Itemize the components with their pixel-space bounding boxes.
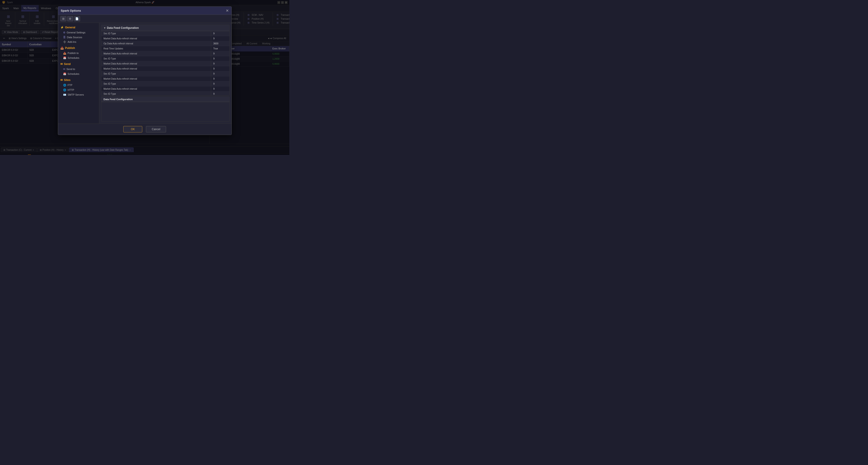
config-row-6[interactable]: Market Data Auto-refresh interval 9 <box>101 61 229 66</box>
nav-addins-label: Add-Ins <box>68 40 76 43</box>
config-val-8: 9 <box>211 71 229 76</box>
config-row-2[interactable]: Op Data Auto-refresh interval 3600 <box>101 41 229 46</box>
config-val-2: 3600 <box>211 41 229 46</box>
spark-options-dialog: Spark Options ✕ ⊞ ⚙ 📄 ⚡ General ⚙ <box>58 6 232 135</box>
cancel-button[interactable]: Cancel <box>146 126 166 132</box>
nav-publish-schedules[interactable]: 📅 Schedules <box>58 56 99 60</box>
nav-general-settings-label: General Settings <box>67 31 86 34</box>
nav-addins[interactable]: ➕ Add-Ins <box>58 39 99 44</box>
dialog-title: Spark Options <box>61 9 81 12</box>
nav-publish-to-label: Publish to <box>68 52 79 55</box>
config-section-title: Data Feed Configuration <box>107 26 138 30</box>
nav-send-header[interactable]: ✉ Send <box>58 61 99 67</box>
config-row-12[interactable]: Sec ID Type 9 <box>101 92 229 96</box>
addins-icon: ➕ <box>63 40 66 43</box>
config-val-12: 9 <box>211 92 229 96</box>
config-row-10[interactable]: Sec ID Type 9 <box>101 82 229 87</box>
nav-ftp[interactable]: 🌐 FTP <box>58 83 99 88</box>
config-key-2: Op Data Auto-refresh interval <box>101 41 211 46</box>
config-val-1: 9 <box>211 36 229 41</box>
config-row-0[interactable]: Sec ID Type 9 <box>101 31 229 36</box>
dialog-close-button[interactable]: ✕ <box>226 8 229 13</box>
nav-publish-label: Publish <box>65 46 75 50</box>
dialog-tool-btn-3[interactable]: 📄 <box>74 16 80 21</box>
general-settings-icon: ⚙ <box>63 31 65 34</box>
nav-general-settings[interactable]: ⚙ General Settings <box>58 30 99 35</box>
ftp-icon: 🌐 <box>63 84 66 87</box>
collapse-icon: ▼ <box>103 27 106 29</box>
config-val-3: True <box>211 46 229 51</box>
config-table: Sec ID Type 9 Market Data Auto-refresh i… <box>101 31 229 96</box>
config-table-section: ▼ Data Feed Configuration Sec ID Type 9 … <box>101 25 230 96</box>
config-bottom-title: Data Feed Configuration <box>101 97 229 102</box>
send-schedules-icon: 📅 <box>63 72 66 75</box>
config-key-10: Sec ID Type <box>101 82 211 86</box>
config-key-9: Market Data Auto-refresh interval <box>101 76 211 81</box>
nav-data-sources[interactable]: 🗄 Data Sources <box>58 35 99 39</box>
config-row-5[interactable]: Sec ID Type 9 <box>101 56 229 61</box>
config-val-0: 9 <box>211 31 229 36</box>
send-section-icon: ✉ <box>60 62 63 66</box>
config-header[interactable]: ▼ Data Feed Configuration <box>101 25 229 31</box>
publish-to-icon: 📤 <box>63 52 66 55</box>
http-icon: 🌐 <box>63 89 66 92</box>
dialog-body: ⚡ General ⚙ General Settings 🗄 Data Sour… <box>58 23 231 124</box>
nav-section-general: ⚡ General ⚙ General Settings 🗄 Data Sour… <box>58 25 99 44</box>
nav-send-schedules[interactable]: 📅 Schedules <box>58 71 99 76</box>
dialog-nav: ⚡ General ⚙ General Settings 🗄 Data Sour… <box>58 23 99 124</box>
dialog-tool-btn-1[interactable]: ⊞ <box>60 16 66 21</box>
dialog-content-area: ▼ Data Feed Configuration Sec ID Type 9 … <box>99 23 231 124</box>
data-sources-icon: 🗄 <box>63 36 66 39</box>
ok-button[interactable]: OK <box>123 126 142 132</box>
nav-publish-header[interactable]: 📤 Publish <box>58 45 99 51</box>
config-val-5: 9 <box>211 56 229 61</box>
config-val-7: 9 <box>211 66 229 71</box>
config-val-6: 9 <box>211 61 229 66</box>
nav-publish-schedules-label: Schedules <box>68 57 80 59</box>
nav-smtp-label: SMTP Servers <box>68 93 84 96</box>
dialog-toolbar: ⊞ ⚙ 📄 <box>58 15 231 23</box>
nav-send-to[interactable]: ✉ Send to <box>58 67 99 71</box>
publish-schedules-icon: 📅 <box>63 57 66 59</box>
nav-smtp[interactable]: 📧 SMTP Servers <box>58 92 99 97</box>
nav-sites-label: Sites <box>64 79 71 82</box>
config-key-8: Sec ID Type <box>101 71 211 76</box>
modal-overlay: Spark Options ✕ ⊞ ⚙ 📄 ⚡ General ⚙ <box>0 0 289 155</box>
nav-send-to-label: Send to <box>67 68 75 70</box>
config-key-1: Market Data Auto-refresh interval <box>101 36 211 41</box>
nav-send-label: Send <box>64 62 71 66</box>
nav-publish-to[interactable]: 📤 Publish to <box>58 51 99 56</box>
nav-http[interactable]: 🌐 HTTP <box>58 88 99 92</box>
dialog-tool-btn-2[interactable]: ⚙ <box>67 16 73 21</box>
config-row-9[interactable]: Market Data Auto-refresh interval 9 <box>101 76 229 82</box>
config-bottom-section: Data Feed Configuration <box>101 96 230 122</box>
config-val-10: 9 <box>211 82 229 86</box>
config-val-11: 9 <box>211 87 229 91</box>
config-key-0: Sec ID Type <box>101 31 211 36</box>
nav-sites-header[interactable]: ✉ Sites <box>58 77 99 83</box>
config-key-11: Market Data Auto-refresh interval <box>101 87 211 91</box>
dialog-footer: OK Cancel <box>58 124 231 135</box>
config-key-12: Sec ID Type <box>101 92 211 96</box>
smtp-icon: 📧 <box>63 93 66 96</box>
config-key-3: Real-Time Updates <box>101 46 211 51</box>
nav-send-schedules-label: Schedules <box>68 72 80 75</box>
config-row-8[interactable]: Sec ID Type 9 <box>101 71 229 76</box>
config-row-11[interactable]: Market Data Auto-refresh interval 9 <box>101 87 229 92</box>
config-val-9: 9 <box>211 76 229 81</box>
config-row-4[interactable]: Market Data Auto-refresh interval 9 <box>101 51 229 56</box>
nav-section-publish: 📤 Publish 📤 Publish to 📅 Schedules <box>58 45 99 60</box>
config-row-3[interactable]: Real-Time Updates True <box>101 46 229 51</box>
publish-section-icon: 📤 <box>60 46 64 50</box>
config-row-7[interactable]: Market Data Auto-refresh interval 9 <box>101 66 229 71</box>
config-row-1[interactable]: Market Data Auto-refresh interval 9 <box>101 36 229 41</box>
config-key-5: Sec ID Type <box>101 56 211 61</box>
nav-section-send: ✉ Send ✉ Send to 📅 Schedules <box>58 61 99 76</box>
config-val-4: 9 <box>211 51 229 56</box>
send-to-icon: ✉ <box>63 68 65 71</box>
dialog-title-bar: Spark Options ✕ <box>58 7 231 15</box>
nav-general-header[interactable]: ⚡ General <box>58 25 99 30</box>
config-key-4: Market Data Auto-refresh interval <box>101 51 211 56</box>
nav-section-sites: ✉ Sites 🌐 FTP 🌐 HTTP 📧 SMTP Servers <box>58 77 99 97</box>
nav-ftp-label: FTP <box>68 84 72 87</box>
